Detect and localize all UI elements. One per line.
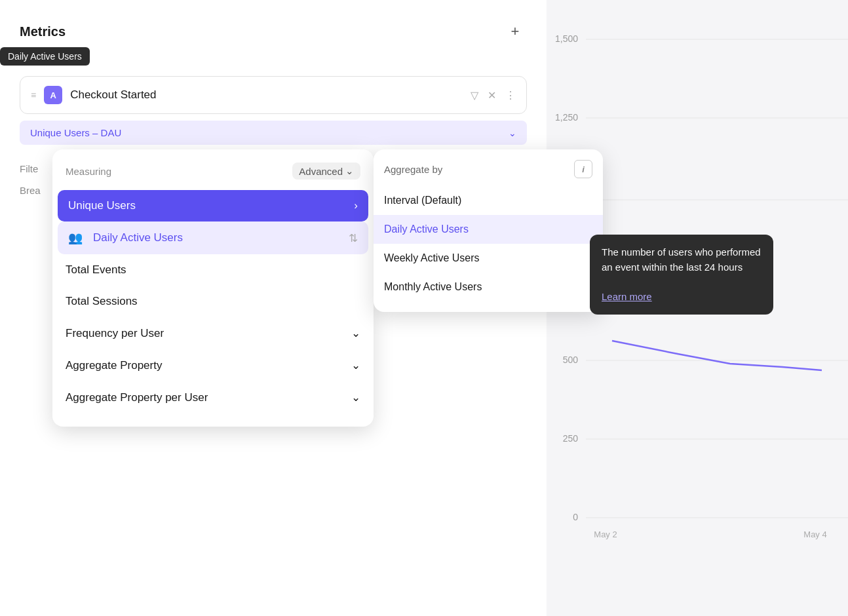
metric-selector-text: Unique Users – DAU: [30, 127, 121, 138]
measuring-panel: Measuring Advanced ⌄ Unique Users › 👥 Da…: [52, 149, 374, 427]
measuring-item-aggregate-property-per-user[interactable]: Aggregate Property per User ⌄: [52, 381, 374, 414]
more-icon[interactable]: ⋮: [505, 89, 516, 102]
svg-text:500: 500: [563, 355, 579, 365]
aggregate-property-per-user-label: Aggregate Property per User: [66, 391, 208, 404]
panel-measuring-label: Measuring: [66, 166, 111, 177]
aggregate-info-button[interactable]: i: [574, 160, 592, 178]
measuring-item-daily-active[interactable]: 👥 Daily Active Users ⇅: [58, 221, 368, 254]
aggregate-header: Aggregate by i: [374, 160, 603, 186]
event-row: ≡ A Checkout Started ▽ ✕ ⋮: [20, 76, 527, 114]
measuring-item-frequency[interactable]: Frequency per User ⌄: [52, 317, 374, 349]
metrics-header: Metrics +: [20, 20, 527, 43]
tooltip-popup: The number of users who performed an eve…: [590, 235, 773, 315]
aggregate-panel: Aggregate by i Interval (Default) Daily …: [374, 149, 603, 312]
learn-more-link[interactable]: Learn more: [602, 291, 652, 302]
total-sessions-label: Total Sessions: [66, 295, 138, 308]
frequency-arrow-icon: ⌄: [351, 326, 360, 340]
event-name: Checkout Started: [70, 88, 463, 102]
close-icon[interactable]: ✕: [488, 89, 496, 102]
unique-users-arrow-icon: ›: [354, 199, 358, 212]
advanced-button[interactable]: Advanced ⌄: [292, 163, 360, 180]
measuring-item-aggregate-property[interactable]: Aggregate Property ⌄: [52, 349, 374, 381]
drag-handle-icon[interactable]: ≡: [31, 90, 36, 100]
frequency-label: Frequency per User: [66, 327, 164, 340]
agg-item-weekly-active[interactable]: Weekly Active Users: [374, 244, 603, 273]
measuring-item-unique-users[interactable]: Unique Users ›: [58, 190, 368, 221]
advanced-label: Advanced: [299, 166, 343, 177]
svg-text:250: 250: [563, 433, 579, 444]
daily-active-icon: 👥: [68, 231, 83, 245]
svg-text:May 2: May 2: [594, 529, 617, 539]
agg-item-interval[interactable]: Interval (Default): [374, 186, 603, 215]
total-events-label: Total Events: [66, 263, 126, 277]
filter-label: Filte: [20, 163, 38, 174]
event-actions: ▽ ✕ ⋮: [471, 89, 516, 102]
agg-daily-active-label: Daily Active Users: [384, 223, 469, 235]
add-metric-button[interactable]: +: [503, 20, 527, 43]
aggregate-property-label: Aggregate Property: [66, 359, 162, 372]
agg-monthly-active-label: Monthly Active Users: [384, 281, 482, 292]
daily-active-label: Daily Active Users: [93, 231, 183, 244]
agg-weekly-active-label: Weekly Active Users: [384, 252, 480, 263]
daily-active-chevron-icon: ⇅: [349, 231, 358, 245]
metric-selector-arrow-icon: ⌄: [509, 128, 516, 138]
tooltip-description: The number of users who performed an eve…: [602, 246, 761, 273]
agg-item-daily-active[interactable]: Daily Active Users: [374, 215, 603, 244]
svg-text:1,250: 1,250: [555, 112, 578, 123]
unique-users-label: Unique Users: [68, 199, 136, 212]
event-badge: A: [44, 86, 62, 104]
page-title: Metrics: [20, 24, 66, 39]
metric-selector[interactable]: Unique Users – DAU ⌄: [20, 121, 527, 145]
panel-header: Measuring Advanced ⌄: [52, 163, 374, 190]
agg-item-monthly-active[interactable]: Monthly Active Users: [374, 273, 603, 301]
measuring-item-total-events[interactable]: Total Events: [52, 254, 374, 286]
svg-text:0: 0: [573, 512, 578, 522]
breakdown-label: Brea: [20, 185, 41, 196]
aggregate-property-per-user-arrow-icon: ⌄: [351, 391, 360, 404]
measuring-item-total-sessions[interactable]: Total Sessions: [52, 286, 374, 317]
svg-text:May 4: May 4: [803, 529, 826, 539]
filter-icon[interactable]: ▽: [471, 89, 478, 102]
svg-text:1,500: 1,500: [555, 33, 578, 44]
advanced-arrow-icon: ⌄: [345, 165, 354, 177]
aggregate-title: Aggregate by: [384, 164, 442, 175]
aggregate-property-arrow-icon: ⌄: [351, 358, 360, 372]
agg-interval-label: Interval (Default): [384, 195, 461, 206]
metric-tooltip-tag: Daily Active Users: [0, 47, 90, 66]
